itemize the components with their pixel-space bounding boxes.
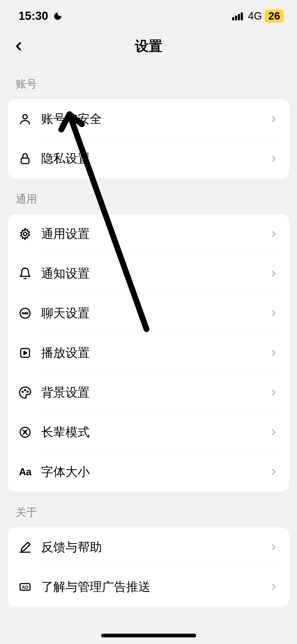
svg-rect-5 xyxy=(21,158,29,164)
item-ad-management[interactable]: AD 了解与管理广告推送 xyxy=(8,567,289,607)
item-label: 播放设置 xyxy=(41,345,269,361)
item-label: 隐私设置 xyxy=(41,150,269,167)
svg-rect-2 xyxy=(238,14,240,20)
palette-icon xyxy=(18,386,32,399)
chevron-right-icon xyxy=(269,154,279,163)
item-notification-settings[interactable]: 通知设置 xyxy=(8,254,289,293)
item-label: 通知设置 xyxy=(41,265,269,282)
item-privacy[interactable]: 隐私设置 xyxy=(8,139,289,178)
font-size-icon: Aa xyxy=(18,465,32,479)
gear-icon xyxy=(18,227,32,241)
section-group-about: 反馈与帮助 AD 了解与管理广告推送 xyxy=(8,527,289,607)
page-title: 设置 xyxy=(135,37,162,56)
item-font-size[interactable]: Aa 字体大小 xyxy=(8,452,289,492)
chevron-right-icon xyxy=(269,309,279,318)
chevron-right-icon xyxy=(269,467,279,477)
item-elder-mode[interactable]: A 长辈模式 xyxy=(8,412,289,452)
status-left: 15:30 xyxy=(18,9,62,22)
item-general-settings[interactable]: 通用设置 xyxy=(8,214,289,254)
item-account-security[interactable]: 账号与安全 xyxy=(8,99,289,139)
item-label: 通用设置 xyxy=(41,226,269,242)
chevron-right-icon xyxy=(269,388,279,397)
play-icon xyxy=(18,346,32,360)
do-not-disturb-icon xyxy=(53,11,62,21)
item-label: 字体大小 xyxy=(41,464,269,480)
item-playback-settings[interactable]: 播放设置 xyxy=(8,333,289,373)
svg-point-10 xyxy=(27,313,28,314)
item-label: 背景设置 xyxy=(41,384,269,401)
section-group-account: 账号与安全 隐私设置 xyxy=(8,99,289,178)
bell-icon xyxy=(18,267,32,280)
status-bar: 15:30 4G 26 xyxy=(0,0,297,29)
svg-rect-1 xyxy=(235,16,237,20)
section-label-general: 通用 xyxy=(0,178,297,214)
svg-rect-3 xyxy=(241,12,243,20)
ad-icon: AD xyxy=(18,580,32,594)
svg-point-9 xyxy=(25,313,26,314)
item-chat-settings[interactable]: 聊天设置 xyxy=(8,293,289,333)
home-indicator[interactable] xyxy=(101,634,196,637)
item-background-settings[interactable]: 背景设置 xyxy=(8,373,289,412)
svg-marker-12 xyxy=(24,351,27,355)
svg-text:A: A xyxy=(23,429,27,436)
item-label: 账号与安全 xyxy=(41,111,269,127)
status-time: 15:30 xyxy=(18,9,48,22)
section-label-about: 关于 xyxy=(0,492,297,527)
item-label: 了解与管理广告推送 xyxy=(41,579,269,595)
svg-point-14 xyxy=(25,390,26,391)
status-right: 4G 26 xyxy=(232,10,284,22)
svg-point-4 xyxy=(23,114,27,119)
item-label: 长辈模式 xyxy=(41,424,269,440)
chevron-right-icon xyxy=(269,229,279,239)
chevron-right-icon xyxy=(269,114,279,124)
chevron-right-icon xyxy=(269,348,279,358)
section-group-general: 通用设置 通知设置 聊天设置 播放设置 背景设置 xyxy=(8,214,289,492)
chevron-right-icon xyxy=(269,582,279,592)
svg-point-8 xyxy=(22,313,23,314)
edit-icon xyxy=(18,541,32,554)
chat-icon xyxy=(18,307,32,320)
signal-icon xyxy=(232,11,245,20)
chevron-right-icon xyxy=(269,542,279,552)
svg-rect-0 xyxy=(232,17,234,20)
chevron-right-icon xyxy=(269,427,279,437)
back-button[interactable] xyxy=(11,38,26,54)
item-label: 反馈与帮助 xyxy=(41,539,269,555)
user-icon xyxy=(18,112,32,126)
svg-point-15 xyxy=(27,391,28,392)
svg-text:AD: AD xyxy=(22,585,28,590)
header: 设置 xyxy=(0,29,297,63)
network-label: 4G xyxy=(248,10,262,22)
section-label-account: 账号 xyxy=(0,63,297,99)
accessibility-icon: A xyxy=(18,426,32,439)
item-label: 聊天设置 xyxy=(41,305,269,321)
battery-badge: 26 xyxy=(265,10,284,22)
chevron-right-icon xyxy=(269,269,279,278)
item-feedback-help[interactable]: 反馈与帮助 xyxy=(8,527,289,567)
lock-icon xyxy=(18,152,32,165)
svg-point-6 xyxy=(23,232,27,236)
svg-point-13 xyxy=(22,391,23,392)
